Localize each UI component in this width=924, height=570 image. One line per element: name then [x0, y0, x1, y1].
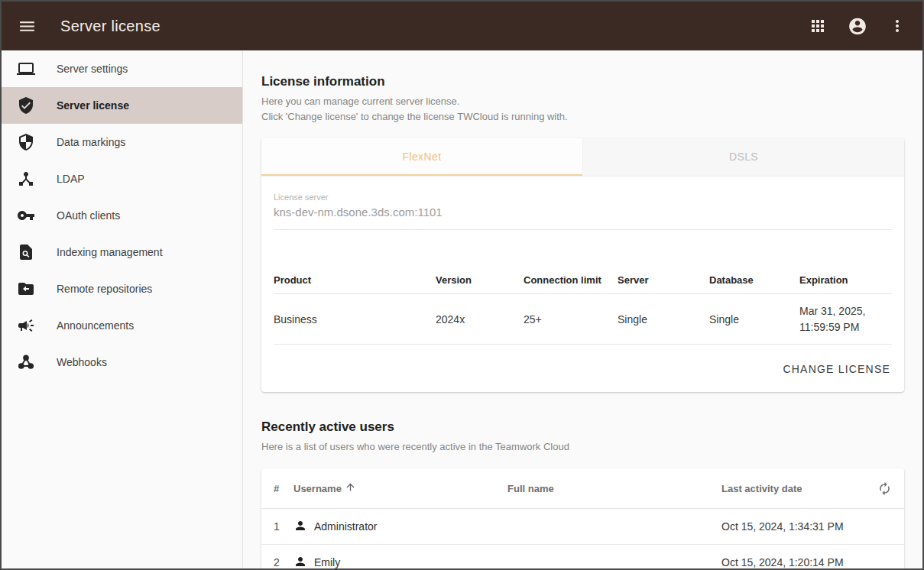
sidebar-item-label: Server settings	[57, 63, 128, 75]
users-card: # Username Full name Last activity date	[261, 468, 904, 568]
column-header-fullname[interactable]: Full name	[485, 483, 721, 494]
person-icon	[293, 555, 307, 568]
sidebar: Server settings Server license Data mark…	[2, 50, 243, 568]
cell-last-activity: Oct 15, 2024, 1:20:14 PM	[721, 556, 863, 568]
device-hub-icon	[17, 170, 35, 188]
license-server-label: License server	[274, 193, 892, 202]
column-header: Version	[436, 274, 524, 286]
laptop-icon	[17, 60, 35, 78]
cell-index: 2	[274, 556, 293, 568]
cell-last-activity: Oct 15, 2024, 1:34:31 PM	[721, 520, 863, 533]
users-section-description: Here is a list of users who were recentl…	[261, 439, 904, 455]
cell-connection-limit: 25+	[524, 313, 618, 325]
cell-product: Business	[274, 313, 436, 325]
folder-arrow-icon	[17, 280, 35, 298]
license-card: FlexNet DSLS License server kns-dev-nm.d…	[261, 138, 904, 392]
arrow-up-icon	[345, 481, 356, 495]
sidebar-item-ldap[interactable]: LDAP	[2, 160, 242, 197]
apps-grid-icon[interactable]	[808, 16, 828, 36]
cell-database: Single	[709, 313, 799, 325]
sidebar-item-label: Webhooks	[57, 356, 107, 368]
users-section: Recently active users Here is a list of …	[261, 419, 904, 568]
sidebar-item-data-markings[interactable]: Data markings	[2, 124, 242, 160]
key-icon	[17, 206, 35, 225]
cell-username: Emily	[293, 555, 485, 568]
half-shield-icon	[17, 133, 35, 151]
table-row[interactable]: 1 Administrator Oct 15, 2024, 1:34:31 PM	[261, 508, 904, 544]
sidebar-item-server-settings[interactable]: Server settings	[2, 50, 242, 87]
sidebar-item-label: LDAP	[57, 173, 85, 185]
license-table-header: Product Version Connection limit Server …	[274, 268, 892, 294]
verified-shield-icon	[17, 96, 35, 115]
sidebar-item-label: Announcements	[57, 319, 134, 332]
column-header-username[interactable]: Username	[293, 481, 485, 495]
description-line: Click 'Change license' to change the lic…	[261, 109, 904, 125]
cell-index: 1	[274, 520, 293, 533]
license-server-field: License server kns-dev-nm.dsone.3ds.com:…	[261, 177, 904, 230]
column-header: Connection limit	[524, 274, 618, 286]
appbar-actions	[808, 16, 907, 36]
app-window: Server license Server settings	[0, 0, 924, 570]
sidebar-item-label: Indexing management	[57, 246, 163, 258]
cell-version: 2024x	[436, 313, 524, 325]
table-row[interactable]: 2 Emily Oct 15, 2024, 1:20:14 PM	[261, 544, 904, 568]
tab-dsls[interactable]: DSLS	[582, 138, 904, 176]
license-tabs: FlexNet DSLS	[261, 138, 904, 177]
license-section-title: License information	[261, 74, 904, 89]
license-section-description: Here you can manage current server licen…	[261, 94, 904, 125]
menu-icon[interactable]	[17, 16, 37, 36]
person-icon	[293, 519, 307, 535]
webhook-icon	[17, 353, 35, 371]
sidebar-item-indexing-management[interactable]: Indexing management	[2, 234, 242, 270]
sidebar-item-label: Data markings	[57, 136, 125, 148]
table-row: Business 2024x 25+ Single Single Mar 31,…	[274, 294, 892, 345]
refresh-icon[interactable]	[863, 481, 892, 496]
cell-username: Administrator	[293, 519, 485, 535]
sidebar-item-label: OAuth clients	[57, 209, 120, 222]
more-vert-icon[interactable]	[887, 16, 907, 36]
document-search-icon	[17, 243, 35, 261]
license-section: License information Here you can manage …	[261, 74, 904, 392]
description-line: Here you can manage current server licen…	[261, 94, 904, 109]
license-server-value[interactable]: kns-dev-nm.dsone.3ds.com:1101	[274, 206, 892, 219]
column-header: Product	[274, 274, 436, 286]
main-content: License information Here you can manage …	[243, 50, 922, 568]
users-section-title: Recently active users	[261, 419, 904, 435]
change-license-button[interactable]: CHANGE LICENSE	[776, 355, 899, 383]
column-header: Server	[618, 274, 709, 286]
cell-server: Single	[618, 313, 709, 325]
sidebar-item-announcements[interactable]: Announcements	[2, 307, 242, 344]
license-card-actions: CHANGE LICENSE	[261, 345, 904, 392]
field-underline	[274, 229, 892, 230]
column-header: Database	[709, 274, 799, 286]
sidebar-item-label: Server license	[57, 99, 129, 112]
account-icon[interactable]	[848, 16, 867, 36]
users-table-header: # Username Full name Last activity date	[261, 468, 904, 508]
cell-expiration: Mar 31, 2025, 11:59:59 PM	[799, 303, 883, 335]
sidebar-item-label: Remote repositories	[57, 283, 152, 295]
column-header: Expiration	[799, 274, 892, 286]
sidebar-item-webhooks[interactable]: Webhooks	[2, 344, 242, 381]
license-table: Product Version Connection limit Server …	[274, 268, 892, 345]
column-header-last-activity[interactable]: Last activity date	[721, 483, 863, 494]
app-bar: Server license	[2, 2, 922, 50]
tab-flexnet[interactable]: FlexNet	[261, 138, 582, 176]
megaphone-icon	[17, 316, 35, 335]
sidebar-item-server-license[interactable]: Server license	[2, 87, 242, 124]
column-header-index: #	[274, 483, 293, 494]
sidebar-item-remote-repositories[interactable]: Remote repositories	[2, 270, 242, 307]
description-line: Here is a list of users who were recentl…	[261, 439, 904, 455]
page-title: Server license	[60, 18, 160, 35]
sidebar-item-oauth-clients[interactable]: OAuth clients	[2, 197, 242, 234]
